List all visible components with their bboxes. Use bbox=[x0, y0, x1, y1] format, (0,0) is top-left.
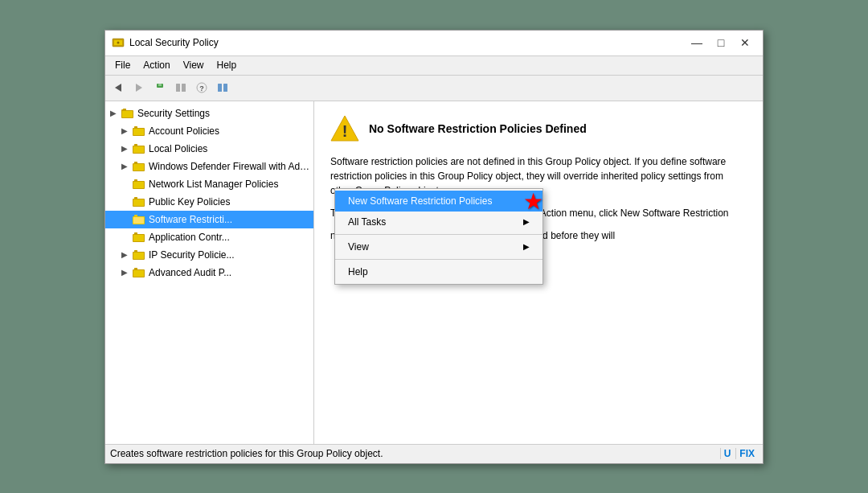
menu-action[interactable]: Action bbox=[137, 58, 176, 72]
tree-item-advanced-audit[interactable]: ▶ Advanced Audit P... bbox=[105, 264, 313, 281]
svg-rect-34 bbox=[134, 215, 137, 217]
svg-marker-4 bbox=[136, 84, 142, 92]
main-window: Local Security Policy — □ ✕ File Action … bbox=[104, 30, 764, 464]
ctx-item-new-restriction[interactable]: New Software Restriction Policies bbox=[335, 191, 542, 212]
svg-rect-39 bbox=[133, 253, 144, 259]
tree-item-local-policies[interactable]: ▶ Local Policies bbox=[105, 140, 313, 158]
expand-icon-root: ▶ bbox=[110, 109, 121, 117]
ctx-arrow: ▶ bbox=[523, 217, 530, 226]
label: IP Security Policie... bbox=[149, 249, 235, 261]
up-button[interactable] bbox=[150, 78, 170, 97]
window-icon bbox=[112, 36, 125, 49]
expand-icon: ▶ bbox=[121, 268, 133, 277]
svg-rect-40 bbox=[134, 250, 137, 253]
title-bar: Local Security Policy — □ ✕ bbox=[105, 31, 763, 56]
label: Software Restricti... bbox=[149, 214, 232, 225]
tree-item-wdf[interactable]: ▶ Windows Defender Firewall with Adva... bbox=[105, 158, 313, 175]
status-extra: U FIX bbox=[720, 448, 758, 459]
expand-icon: ▶ bbox=[121, 126, 133, 135]
maximize-button[interactable]: □ bbox=[710, 35, 732, 51]
svg-rect-42 bbox=[133, 270, 144, 277]
svg-rect-33 bbox=[133, 217, 144, 224]
toolbar: ? bbox=[105, 76, 763, 101]
forward-button[interactable] bbox=[129, 78, 149, 97]
svg-rect-12 bbox=[223, 84, 227, 92]
svg-point-2 bbox=[117, 42, 120, 44]
show-hide-button[interactable] bbox=[171, 78, 190, 97]
svg-rect-25 bbox=[134, 162, 137, 164]
svg-rect-11 bbox=[218, 84, 222, 92]
context-menu: New Software Restriction Policies All Ta… bbox=[334, 188, 543, 285]
minimize-button[interactable]: — bbox=[686, 35, 708, 51]
info-header: ! No Software Restriction Policies Defin… bbox=[330, 114, 747, 143]
svg-rect-19 bbox=[134, 126, 137, 129]
info-title: No Software Restriction Policies Defined bbox=[369, 114, 587, 143]
svg-rect-30 bbox=[133, 199, 144, 206]
back-button[interactable] bbox=[108, 78, 128, 97]
svg-rect-8 bbox=[182, 84, 186, 92]
tree-root[interactable]: ▶ Security Settings bbox=[105, 105, 313, 122]
svg-text:?: ? bbox=[199, 84, 204, 92]
ctx-item-view[interactable]: View ▶ bbox=[335, 236, 542, 257]
svg-rect-43 bbox=[134, 268, 137, 270]
window-controls: — □ ✕ bbox=[686, 35, 756, 51]
tree-item-network-list[interactable]: ▶ Network List Manager Policies bbox=[105, 175, 313, 193]
label: Account Policies bbox=[149, 125, 219, 137]
svg-rect-37 bbox=[134, 232, 137, 235]
ctx-label: View bbox=[348, 241, 369, 253]
list-button[interactable] bbox=[213, 78, 232, 97]
svg-rect-18 bbox=[133, 129, 144, 135]
ctx-label: Help bbox=[348, 266, 368, 277]
tree-item-app-control[interactable]: ▶ Application Contr... bbox=[105, 228, 313, 246]
svg-rect-21 bbox=[133, 146, 144, 153]
window-title: Local Security Policy bbox=[129, 37, 686, 48]
svg-rect-15 bbox=[122, 111, 133, 117]
close-button[interactable]: ✕ bbox=[734, 35, 756, 51]
svg-rect-27 bbox=[133, 182, 144, 188]
svg-rect-31 bbox=[134, 197, 137, 199]
svg-rect-36 bbox=[133, 235, 144, 241]
svg-rect-24 bbox=[133, 164, 144, 170]
menu-file[interactable]: File bbox=[108, 58, 137, 72]
ctx-arrow: ▶ bbox=[523, 242, 530, 251]
label: Advanced Audit P... bbox=[149, 267, 231, 278]
warning-icon: ! bbox=[330, 114, 359, 143]
tree-item-software-restriction[interactable]: ▶ Software Restricti... bbox=[105, 211, 313, 228]
tree-item-ip-security[interactable]: ▶ IP Security Policie... bbox=[105, 246, 313, 264]
svg-rect-22 bbox=[134, 144, 137, 146]
svg-rect-16 bbox=[123, 109, 126, 111]
svg-rect-28 bbox=[134, 179, 137, 182]
status-text: Creates software restriction policies fo… bbox=[110, 448, 720, 459]
ctx-item-help[interactable]: Help bbox=[335, 261, 542, 282]
ctx-separator-2 bbox=[335, 259, 542, 260]
label: Application Contr... bbox=[149, 232, 230, 243]
label: Local Policies bbox=[149, 143, 207, 154]
svg-marker-3 bbox=[115, 84, 121, 92]
status-bar: Creates software restriction policies fo… bbox=[105, 444, 763, 463]
status-u[interactable]: U bbox=[720, 448, 735, 459]
help-button[interactable]: ? bbox=[192, 78, 211, 97]
menu-help[interactable]: Help bbox=[211, 58, 244, 72]
tree-item-account-policies[interactable]: ▶ Account Policies bbox=[105, 122, 313, 140]
svg-text:!: ! bbox=[342, 122, 348, 140]
content-area: ▶ Security Settings ▶ Account Policies bbox=[105, 101, 763, 444]
svg-rect-6 bbox=[158, 84, 162, 86]
status-fix[interactable]: FIX bbox=[735, 448, 758, 459]
ctx-label: New Software Restriction Policies bbox=[348, 195, 492, 207]
ctx-label: All Tasks bbox=[348, 216, 386, 228]
tree-root-label: Security Settings bbox=[137, 108, 210, 119]
ctx-separator-1 bbox=[335, 234, 542, 235]
tree-item-public-key[interactable]: ▶ Public Key Policies bbox=[105, 193, 313, 211]
svg-rect-7 bbox=[176, 84, 180, 92]
label: Windows Defender Firewall with Adva... bbox=[149, 161, 310, 172]
ctx-item-all-tasks[interactable]: All Tasks ▶ bbox=[335, 212, 542, 232]
label: Public Key Policies bbox=[149, 196, 230, 207]
label: Network List Manager Policies bbox=[149, 179, 278, 190]
menu-bar: File Action View Help bbox=[105, 56, 763, 76]
expand-icon: ▶ bbox=[121, 250, 133, 259]
expand-icon: ▶ bbox=[121, 144, 133, 153]
menu-view[interactable]: View bbox=[177, 58, 211, 72]
expand-icon: ▶ bbox=[121, 162, 133, 170]
tree-panel: ▶ Security Settings ▶ Account Policies bbox=[105, 101, 314, 444]
